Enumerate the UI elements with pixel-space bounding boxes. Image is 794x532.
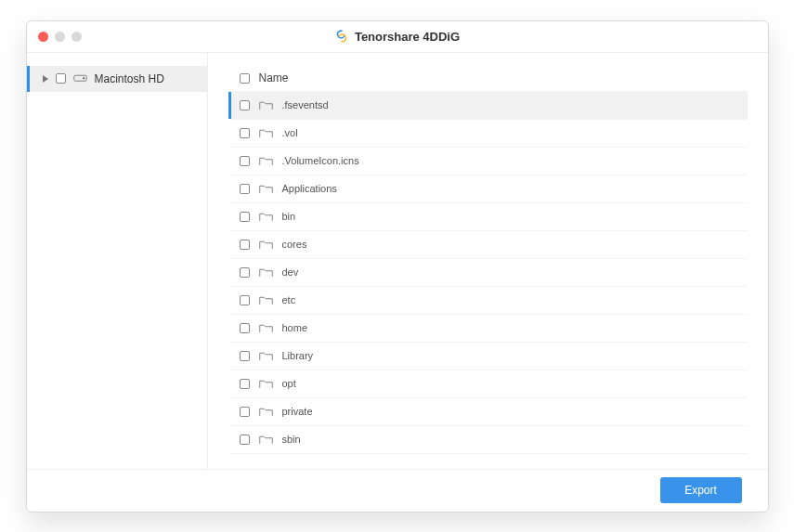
export-button[interactable]: Export [660,477,742,503]
table-row[interactable]: .fseventsd [228,92,748,120]
footer: Export [27,469,768,512]
row-name: opt [282,378,296,389]
row-name: .VolumeIcon.icns [282,155,359,166]
folder-icon [259,322,273,333]
app-logo-icon [334,29,349,44]
select-all-checkbox[interactable] [240,73,250,84]
drive-icon [73,73,87,84]
maximize-icon[interactable] [72,32,82,42]
row-name: Applications [282,183,337,194]
row-name: private [282,406,313,417]
row-name: bin [282,211,296,222]
row-checkbox[interactable] [240,128,250,138]
title-center: Tenorshare 4DDiG [27,29,768,44]
titlebar: Tenorshare 4DDiG [27,21,768,53]
folder-icon [259,406,273,417]
folder-icon [259,266,273,278]
row-checkbox[interactable] [240,267,250,278]
row-checkbox[interactable] [240,184,250,194]
sidebar-item-label: Macintosh HD [95,72,164,85]
main: Name .fseventsd.vol.VolumeIcon.icnsAppli… [208,53,768,469]
table-row[interactable]: bin [228,203,748,231]
row-name: etc [282,294,296,305]
folder-icon [259,239,273,250]
table-row[interactable]: private [228,398,748,426]
folder-icon [259,183,273,194]
row-name: Library [282,350,314,361]
row-checkbox[interactable] [240,156,250,166]
row-checkbox[interactable] [240,379,250,389]
list-header: Name [228,66,748,92]
app-title: Tenorshare 4DDiG [355,30,460,44]
table-row[interactable]: .VolumeIcon.icns [228,148,748,175]
row-checkbox[interactable] [240,407,250,417]
row-checkbox[interactable] [240,435,250,445]
row-name: cores [282,239,307,250]
app-window: Tenorshare 4DDiG Macintosh HD Name [26,20,769,513]
folder-icon [259,378,273,389]
svg-point-1 [83,77,85,79]
row-name: .vol [282,127,298,138]
close-icon[interactable] [38,32,48,42]
table-row[interactable]: cores [228,231,748,259]
table-row[interactable]: Applications [228,175,748,203]
row-name: sbin [282,434,301,445]
chevron-right-icon[interactable] [43,75,48,83]
column-name-header: Name [259,71,289,84]
sidebar: Macintosh HD [27,53,208,469]
row-name: dev [282,266,299,278]
row-checkbox[interactable] [240,100,250,110]
table-row[interactable]: Library [228,343,748,370]
row-checkbox[interactable] [240,212,250,222]
row-name: .fseventsd [282,99,329,110]
table-row[interactable]: opt [228,370,748,398]
folder-icon [259,211,273,222]
row-checkbox[interactable] [240,351,250,361]
table-row[interactable]: sbin [228,426,748,454]
table-row[interactable]: dev [228,259,748,287]
row-checkbox[interactable] [240,323,250,333]
folder-icon [259,350,273,361]
folder-icon [259,434,273,445]
window-controls [38,32,82,42]
table-row[interactable]: etc [228,287,748,315]
row-name: home [282,322,308,333]
sidebar-item-macintosh-hd[interactable]: Macintosh HD [27,66,207,92]
file-list[interactable]: Name .fseventsd.vol.VolumeIcon.icnsAppli… [228,66,748,460]
minimize-icon[interactable] [55,32,65,42]
table-row[interactable]: home [228,315,748,343]
folder-icon [259,99,273,110]
folder-icon [259,294,273,305]
row-checkbox[interactable] [240,295,250,305]
folder-icon [259,127,273,138]
row-checkbox[interactable] [240,240,250,250]
table-row[interactable]: .vol [228,120,748,148]
body: Macintosh HD Name .fseventsd.vol.VolumeI… [27,53,768,469]
folder-icon [259,155,273,166]
sidebar-checkbox[interactable] [56,73,66,84]
